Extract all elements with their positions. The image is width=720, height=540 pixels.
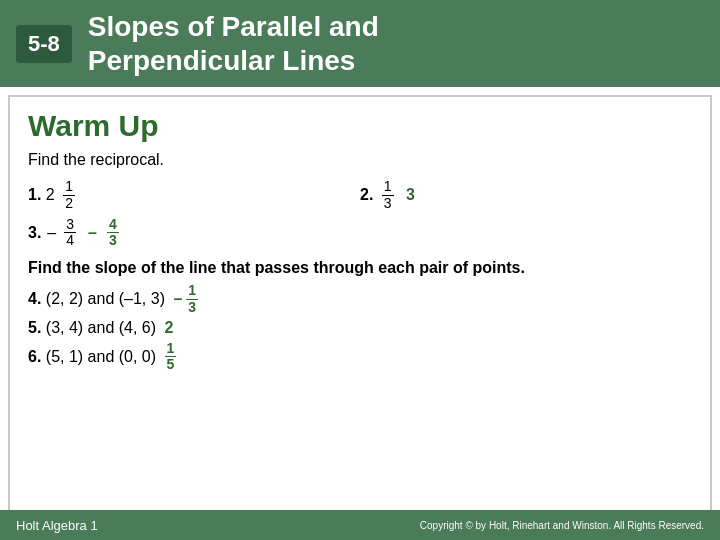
header-title: Slopes of Parallel and Perpendicular Lin… bbox=[88, 10, 379, 77]
problem6-label: 6. bbox=[28, 348, 41, 366]
problem5-label: 5. bbox=[28, 319, 41, 337]
problem4-answer-fraction: 1 3 bbox=[186, 283, 198, 315]
negative-sign: – bbox=[47, 224, 56, 242]
problem3-answer-fraction: 4 3 bbox=[107, 217, 119, 249]
problem-4: 4. (2, 2) and (–1, 3) – 1 3 bbox=[28, 283, 692, 315]
problem-2: 2. 1 3 3 bbox=[360, 179, 692, 211]
reciprocal-instruction: Find the reciprocal. bbox=[28, 151, 692, 169]
problem1-fraction: 1 2 bbox=[63, 179, 75, 211]
footer-right: Copyright © by Holt, Rinehart and Winsto… bbox=[420, 520, 704, 531]
problem5-answer: 2 bbox=[165, 319, 174, 337]
problem2-answer: 3 bbox=[406, 186, 415, 204]
problem6-points: (5, 1) and (0, 0) bbox=[46, 348, 156, 366]
problem-3: 3. – 3 4 – 4 3 bbox=[28, 217, 692, 249]
lesson-badge: 5-8 bbox=[16, 25, 72, 63]
p3-numerator: 3 bbox=[64, 217, 76, 233]
p4-ans-den: 3 bbox=[186, 300, 198, 315]
problem4-points: (2, 2) and (–1, 3) bbox=[46, 290, 165, 308]
problem-1: 1. 2 1 2 bbox=[28, 179, 360, 211]
slope-instruction-text: Find the slope of the line that passes t… bbox=[28, 259, 525, 276]
problem2-fraction: 1 3 bbox=[382, 179, 394, 211]
p3-ans-numerator: 4 bbox=[107, 217, 119, 233]
problem4-neg: – bbox=[173, 290, 182, 308]
problem6-answer-fraction: 1 5 bbox=[165, 341, 177, 373]
p3-denominator: 4 bbox=[64, 233, 76, 248]
p4-ans-num: 1 bbox=[186, 283, 198, 299]
header-title-line2: Perpendicular Lines bbox=[88, 44, 379, 78]
problem4-label: 4. bbox=[28, 290, 41, 308]
problem-6: 6. (5, 1) and (0, 0) 1 5 bbox=[28, 341, 692, 373]
p1-numerator: 1 bbox=[63, 179, 75, 195]
header-title-line1: Slopes of Parallel and bbox=[88, 10, 379, 44]
p6-ans-den: 5 bbox=[165, 357, 177, 372]
main-content: Warm Up Find the reciprocal. 1. 2 1 2 2.… bbox=[8, 95, 712, 525]
footer-left: Holt Algebra 1 bbox=[16, 518, 98, 533]
problem3-answer-neg: – bbox=[88, 224, 97, 242]
problem1-num: 2 bbox=[46, 186, 55, 204]
footer: Holt Algebra 1 Copyright © by Holt, Rine… bbox=[0, 510, 720, 540]
problem3-label: 3. bbox=[28, 224, 41, 242]
problems-row-1-2: 1. 2 1 2 2. 1 3 3 bbox=[28, 179, 692, 211]
problem-5: 5. (3, 4) and (4, 6) 2 bbox=[28, 319, 692, 337]
p6-ans-num: 1 bbox=[165, 341, 177, 357]
problem1-label: 1. bbox=[28, 186, 41, 204]
slope-instruction: Find the slope of the line that passes t… bbox=[28, 257, 692, 279]
problem5-points: (3, 4) and (4, 6) bbox=[46, 319, 156, 337]
header: 5-8 Slopes of Parallel and Perpendicular… bbox=[0, 0, 720, 87]
p3-ans-denominator: 3 bbox=[107, 233, 119, 248]
p2-numerator: 1 bbox=[382, 179, 394, 195]
problem3-fraction: 3 4 bbox=[64, 217, 76, 249]
p2-denominator: 3 bbox=[382, 196, 394, 211]
warm-up-title: Warm Up bbox=[28, 109, 692, 143]
problem2-label: 2. bbox=[360, 186, 373, 204]
p1-denominator: 2 bbox=[63, 196, 75, 211]
